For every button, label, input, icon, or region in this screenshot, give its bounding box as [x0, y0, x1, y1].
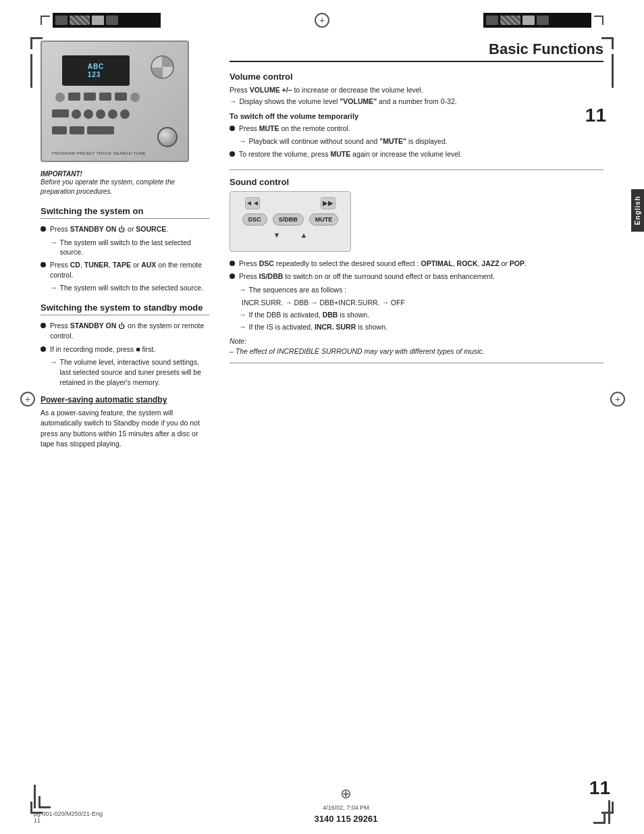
left-column: ABC123 — [41, 41, 209, 449]
important-note: IMPORTANT! Before you operate the system… — [41, 170, 209, 197]
bullet-dot-2 — [41, 262, 46, 267]
bullet-dot-8 — [230, 273, 235, 279]
standby-text-1: Press STANDBY ON ⏻ on the system or remo… — [50, 321, 209, 340]
device-btn-vol — [130, 93, 140, 102]
arrow-icon-2: → — [50, 283, 57, 293]
header-black-bar-left — [53, 13, 161, 28]
header-black-bar-right — [483, 13, 591, 28]
device-btn-r4 — [96, 109, 105, 119]
device-knob — [157, 127, 178, 147]
isdbb-arrow-text-2: If the DBB is activated, DBB is shown. — [249, 310, 370, 320]
device-screen: ABC123 — [62, 55, 130, 86]
page-number-bottom: 11 — [589, 777, 610, 799]
vert-line-left — [30, 54, 32, 88]
footer-left-num: 11 — [34, 817, 41, 824]
switching-on-text-1: Press STANDBY ON ⏻ or SOURCE. — [50, 224, 168, 234]
bar-seg-checker — [70, 16, 90, 25]
bar-seg4 — [537, 16, 549, 25]
standby-text-2: If in recording mode, press ■ first. — [50, 344, 155, 355]
power-saving-text: As a power-saving feature, the system wi… — [41, 408, 209, 449]
sc-mid-row: DSC S/DBB MUTE — [242, 213, 339, 226]
sc-down-button: ▼ — [270, 230, 284, 240]
device-button-row1 — [55, 93, 140, 102]
bar-seg-light — [92, 16, 104, 25]
arrow-icon-7: → — [239, 310, 246, 320]
device-button-row3 — [52, 126, 114, 134]
note-title: Note: — [230, 336, 603, 346]
device-button-row2 — [52, 109, 130, 119]
section-standby-heading: Switching the system to standby mode — [41, 303, 209, 315]
switching-on-arrow-2: → The system will switch to the selected… — [41, 283, 209, 293]
note-section: Note: – The effect of INCREDIBLE SURROUN… — [230, 336, 603, 356]
bullet-dot-5 — [230, 126, 235, 131]
main-content: ABC123 — [0, 34, 644, 449]
footer-left-bracket — [34, 785, 51, 808]
switching-on-bullet-1: Press STANDBY ON ⏻ or SOURCE. — [41, 224, 209, 234]
footer-right-code: 3140 115 29261 — [314, 814, 377, 824]
bullet-dot-3 — [41, 323, 46, 328]
standby-arrow-1: → The volume level, interactive sound se… — [41, 357, 209, 387]
footer-crosshair: ⊕ — [340, 785, 352, 802]
device-btn-2 — [84, 93, 96, 101]
sc-bottom-row: ▼ ▲ — [270, 230, 311, 240]
arrow-icon-4: → — [230, 97, 237, 107]
bar-seg-checker2 — [500, 16, 520, 25]
sequence-text: INCR.SURR. → DBB → DBB+INCR.SURR. → OFF — [230, 298, 603, 309]
device-btn-r2 — [72, 109, 81, 119]
sc-dsc-button: DSC — [242, 213, 267, 226]
bullet-dot-7 — [230, 261, 235, 266]
header-left-decoration — [41, 13, 161, 28]
header-right-decoration — [483, 13, 603, 28]
sc-sdbb-button: S/DBB — [273, 213, 304, 226]
switching-on-text-2: Press CD, TUNER, TAPE or AUX on the remo… — [50, 260, 209, 280]
device-btn-3 — [99, 93, 111, 101]
sound-control-section: Sound control ◄◄ ▶▶ DSC S/DBB MUTE ▼ ▲ — [230, 177, 603, 364]
standby-bullet-2: If in recording mode, press ■ first. — [41, 344, 209, 355]
power-saving-heading: Power-saving automatic standby — [41, 395, 209, 405]
switching-on-arrow-text-1: The system will switch to the last selec… — [60, 238, 210, 257]
isdbb-arrow-3: → If the IS is activated, INCR. SURR is … — [230, 322, 603, 332]
sc-rewind-btn: ◄◄ — [245, 197, 260, 209]
device-btn-4 — [115, 93, 127, 101]
crosshair-right: + — [610, 392, 625, 407]
corner-tl-small — [41, 16, 50, 25]
bar-seg — [55, 16, 68, 25]
dsc-bullet: Press DSC repeatedly to select the desir… — [230, 259, 603, 269]
arrow-icon-6: → — [239, 285, 246, 295]
isdbb-text: Press IS/DBB to switch on or off the sur… — [239, 271, 495, 282]
device-btn-prog — [52, 126, 67, 134]
bar-seg3 — [486, 16, 498, 25]
switching-on-bullet-2: Press CD, TUNER, TAPE or AUX on the remo… — [41, 260, 209, 280]
switching-on-arrow-text-2: The system will switch to the selected s… — [60, 283, 203, 293]
volume-control-section: Volume control Press VOLUME +/– to incre… — [230, 72, 603, 170]
arrow-icon-3: → — [50, 357, 57, 387]
footer-date: 4/16/02, 7:04 PM — [323, 804, 369, 811]
mute-text-2: To restore the volume, press MUTE again … — [239, 149, 462, 159]
footer-center: ⊕ 4/16/02, 7:04 PM 3140 115 29261 — [314, 785, 377, 824]
footer-vert-left — [34, 785, 36, 808]
bar-seg2 — [106, 16, 118, 25]
section-switching-on-heading: Switching the system on — [41, 206, 209, 219]
device-btn-r5 — [108, 109, 117, 119]
vert-line-right — [612, 54, 614, 88]
note-text: – The effect of INCREDIBLE SURROUND may … — [230, 346, 603, 357]
page-number-top: 11 — [585, 105, 606, 126]
sc-up-button: ▲ — [297, 230, 311, 240]
standby-bullet-1: Press STANDBY ON ⏻ on the system or remo… — [41, 321, 209, 340]
mute-arrow-1: → Playback will continue without sound a… — [230, 136, 603, 147]
important-text: Before you operate the system, complete … — [41, 178, 209, 197]
device-btn-track — [87, 126, 114, 134]
device-cd-slot — [151, 55, 174, 79]
bullet-dot-6 — [230, 151, 235, 157]
important-title: IMPORTANT! — [41, 170, 209, 178]
bar-seg-light2 — [522, 16, 535, 25]
footer-right: 11 — [589, 777, 610, 824]
dsc-text: Press DSC repeatedly to select the desir… — [239, 259, 527, 269]
footer-code: pg 001-020/M250/21-Eng — [34, 810, 103, 817]
right-column: Basic Functions Volume control Press VOL… — [230, 41, 603, 449]
bullet-dot — [41, 226, 46, 232]
mute-bullet-2: To restore the volume, press MUTE again … — [230, 149, 603, 159]
device-btn-r6 — [120, 109, 130, 119]
volume-subheading: To switch off the volume temporarily — [230, 112, 603, 120]
isdbb-arrow-text-1: The sequences are as follows : — [249, 285, 347, 295]
